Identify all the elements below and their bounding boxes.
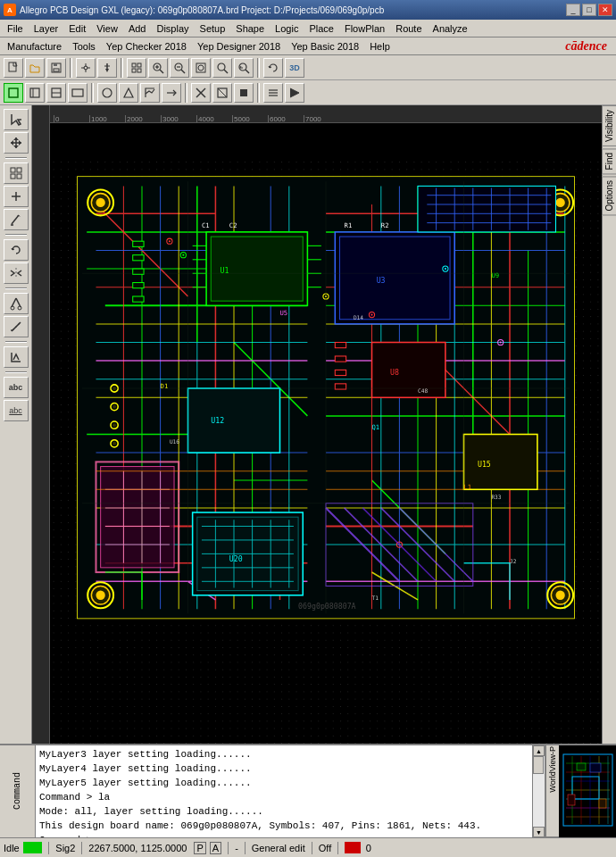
svg-line-42	[218, 88, 227, 97]
svg-line-18	[160, 70, 163, 73]
log-line-4: Command > la	[39, 790, 529, 804]
menu-setup[interactable]: Setup	[195, 21, 231, 36]
svg-text:C48: C48	[418, 387, 428, 394]
visibility-tab[interactable]: Visibility	[602, 105, 616, 146]
menu-route[interactable]: Route	[390, 21, 427, 36]
tb2-btn8[interactable]	[162, 83, 181, 103]
console-scrollbar[interactable]: ▲ ▼	[532, 745, 545, 837]
lt-select[interactable]	[4, 109, 29, 130]
menu-shape[interactable]: Shape	[230, 21, 270, 36]
svg-rect-184	[133, 283, 144, 288]
scroll-down-btn[interactable]: ▼	[533, 827, 545, 837]
menu-display[interactable]: Display	[151, 21, 194, 36]
lt-add[interactable]	[4, 186, 29, 207]
status-sep-1	[48, 842, 49, 854]
world-view-label-text: WorldView-P	[548, 746, 557, 793]
toolbar-row-2	[0, 80, 616, 105]
tb-grid[interactable]	[127, 58, 146, 78]
tb-snap[interactable]	[76, 58, 96, 78]
svg-marker-37	[124, 88, 133, 97]
tb-zoom-out[interactable]	[170, 58, 189, 78]
menu-add[interactable]: Add	[123, 21, 152, 36]
tb-refresh[interactable]	[263, 58, 283, 78]
svg-point-154	[556, 198, 565, 207]
scroll-up-btn[interactable]: ▲	[533, 745, 545, 756]
ruler-tick: 4000	[196, 115, 232, 122]
tb-pin[interactable]	[97, 58, 117, 78]
tb2-btn6[interactable]	[119, 83, 138, 103]
menu-place[interactable]: Place	[304, 21, 339, 36]
menu-edit[interactable]: Edit	[63, 21, 91, 36]
tb2-btn5[interactable]	[97, 83, 117, 103]
menu-manufacture[interactable]: Manufacture	[2, 39, 67, 54]
tb2-btn9[interactable]	[191, 83, 211, 103]
scroll-thumb[interactable]	[533, 756, 544, 774]
scroll-track[interactable]	[533, 756, 545, 827]
tb2-btn10[interactable]	[212, 83, 232, 103]
lt-move[interactable]	[4, 132, 29, 154]
lt-text-abc2[interactable]: abc	[4, 400, 29, 421]
menu-yep-basic[interactable]: Yep Basic 2018	[286, 39, 364, 54]
menu-file[interactable]: File	[2, 21, 29, 36]
lt-grid[interactable]	[4, 162, 29, 184]
menu-analyze[interactable]: Analyze	[428, 21, 473, 36]
pcb-canvas[interactable]: U1 U3 U8 U12 U15	[50, 123, 602, 837]
tb2-btn13[interactable]	[285, 83, 304, 103]
tb2-btn3[interactable]	[46, 83, 66, 103]
svg-line-55	[12, 215, 19, 224]
canvas-area[interactable]: 0 1000 2000 3000 4000 5000 6000 7000	[32, 105, 602, 837]
tb2-btn11[interactable]	[234, 83, 254, 103]
tb2-btn2[interactable]	[25, 83, 45, 103]
lt-forward[interactable]	[4, 346, 29, 368]
tb2-select[interactable]	[4, 83, 23, 103]
menu-view[interactable]: View	[91, 21, 123, 36]
svg-text:U5: U5	[280, 309, 288, 317]
tb-zoom-sel[interactable]	[212, 58, 232, 78]
svg-rect-52	[17, 174, 21, 179]
status-a: A	[210, 842, 221, 854]
svg-rect-288	[568, 795, 575, 805]
lt-draw[interactable]	[4, 209, 29, 230]
svg-point-26	[218, 63, 225, 71]
minimize-button[interactable]: _	[566, 4, 580, 16]
lt-rotate[interactable]	[4, 239, 29, 261]
menu-flowplan[interactable]: FlowPlan	[339, 21, 390, 36]
tb2-btn12[interactable]	[263, 83, 283, 103]
menu-logic[interactable]: Logic	[270, 21, 304, 36]
lt-cut[interactable]	[4, 293, 29, 314]
lt-text-abc[interactable]: abc	[4, 377, 29, 398]
svg-rect-188	[335, 370, 345, 375]
ruler-tick: 7000	[304, 115, 339, 122]
tb-zoom-prev[interactable]	[234, 58, 254, 78]
menu-help[interactable]: Help	[364, 39, 395, 54]
svg-rect-177	[188, 388, 280, 453]
tb-3d[interactable]: 3D	[285, 58, 304, 78]
menu-tools[interactable]: Tools	[67, 39, 101, 54]
title-bar: A Allegro PCB Design GXL (legacy): 069g0…	[0, 0, 616, 20]
menu-yep-designer[interactable]: Yep Designer 2018	[192, 39, 286, 54]
app-icon: A	[4, 4, 16, 16]
tb2-btn4[interactable]	[68, 83, 87, 103]
window-controls[interactable]: _ □ ✕	[566, 4, 612, 16]
lt-mirror[interactable]	[4, 262, 29, 284]
options-tab[interactable]: Options	[602, 176, 616, 215]
menu-yep-checker[interactable]: Yep Checker 2018	[101, 39, 192, 54]
restore-button[interactable]: □	[582, 4, 596, 16]
tb-zoom-fit[interactable]	[191, 58, 211, 78]
close-button[interactable]: ✕	[598, 4, 612, 16]
tb-open[interactable]	[25, 58, 45, 78]
svg-rect-182	[133, 255, 144, 261]
lt-measure[interactable]	[4, 316, 29, 337]
tb-zoom-in[interactable]	[148, 58, 168, 78]
ruler-tick: 3000	[161, 115, 196, 122]
tb-new[interactable]	[4, 58, 23, 78]
svg-point-36	[103, 88, 112, 97]
tb2-btn7[interactable]	[140, 83, 160, 103]
world-view: WorldView-P	[545, 744, 616, 837]
menu-layer[interactable]: Layer	[29, 21, 64, 36]
mini-map[interactable]	[559, 745, 616, 837]
find-tab[interactable]: Find	[602, 148, 616, 174]
tb-save[interactable]	[46, 58, 66, 78]
svg-rect-43	[240, 89, 247, 96]
log-line-3: MyLayer5 layer setting loading......	[39, 776, 529, 790]
